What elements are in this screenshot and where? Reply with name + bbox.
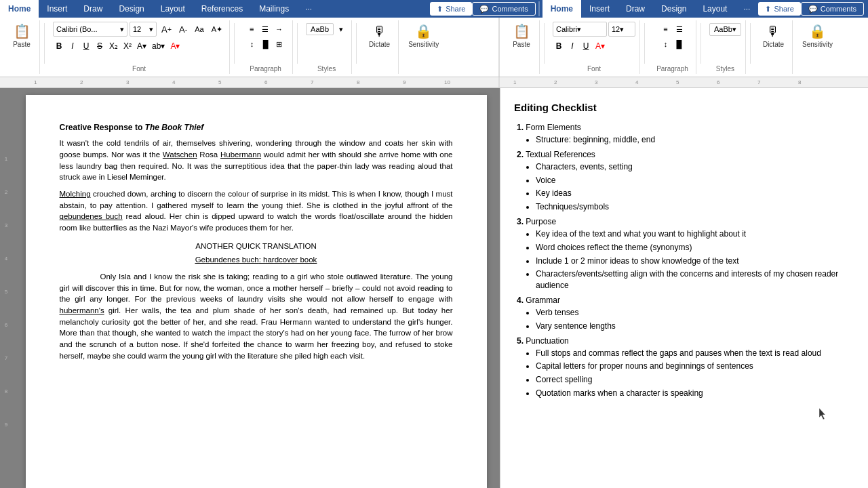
border-button[interactable]: ⊞ (273, 38, 285, 50)
paste-icon-right: 📋 (512, 22, 531, 41)
increase-font-button[interactable]: A+ (159, 23, 174, 35)
paste-button-left[interactable]: 📋 Paste (8, 20, 35, 49)
share-button-left[interactable]: ⬆ Share (430, 2, 472, 16)
font-size-selector[interactable]: 12 ▾ (130, 22, 157, 37)
sensitivity-button-right[interactable]: 🔒 Sensitivity (798, 20, 837, 49)
bold-button[interactable]: B (53, 40, 65, 52)
paste-icon-left: 📋 (12, 22, 31, 41)
bullet-sentence-lengths: Vary sentence lengths (536, 321, 854, 332)
checklist-title: Editing Checklist (514, 102, 854, 113)
tab-layout-right[interactable]: Layout (694, 0, 735, 18)
mouse-cursor (819, 408, 827, 420)
strikethrough-button[interactable]: S (94, 40, 106, 52)
italic-button[interactable]: I (66, 40, 79, 52)
share-icon-right: ⬆ (765, 5, 771, 14)
bullet-characters: Characters, events, setting (536, 161, 854, 173)
highlight-button[interactable]: ab▾ (150, 40, 167, 52)
color-button-right[interactable]: A▾ (593, 40, 607, 52)
shading-right-button[interactable]: █ (673, 38, 686, 50)
share-icon: ⬆ (437, 5, 443, 14)
align-button[interactable]: ≡ (245, 23, 258, 35)
superscript-button[interactable]: X² (121, 40, 134, 52)
tab-home-left[interactable]: Home (0, 0, 39, 18)
checklist-item-4: 4. Grammar Verb tenses Vary sentence len… (514, 296, 854, 332)
tab-insert-right[interactable]: Insert (581, 0, 618, 18)
comment-icon: 💬 (479, 5, 489, 14)
sensitivity-icon-right: 🔒 (808, 22, 827, 41)
styles-expand[interactable]: ▾ (335, 23, 347, 35)
tab-mailings-left[interactable]: Mailings (251, 0, 297, 18)
doc-paragraph-1: It wasn't the cold tendrils of air, them… (60, 138, 453, 183)
bullet-word-choices: Word choices reflect the theme (synonyms… (536, 242, 854, 253)
bullet-quotation-marks: Quotation marks when a character is spea… (536, 388, 854, 399)
doc-paragraph-2: Molching crouched down, arching to disce… (60, 188, 453, 234)
italic-button-right[interactable]: I (566, 40, 578, 52)
doc-center-heading: ANOTHER QUICK TRANSLATION (60, 241, 453, 252)
dictate-button-right[interactable]: 🎙 Dictate (759, 20, 788, 49)
list-button[interactable]: ☰ (259, 23, 271, 35)
sensitivity-button-left[interactable]: 🔒 Sensitivity (404, 20, 443, 49)
tab-bar: Home Insert Draw Design Layout Reference… (0, 0, 868, 18)
doc-center-sub: Gebundenes buch: hardcover book (60, 254, 453, 266)
bold-button-right[interactable]: B (553, 40, 565, 52)
bullet-verb-tenses: Verb tenses (536, 307, 854, 319)
styles-gallery[interactable]: AaBb (306, 23, 334, 35)
bullet-minor-ideas: Include 1 or 2 minor ideas to show knowl… (536, 256, 854, 267)
line-spacing-button[interactable]: ↕ (246, 38, 258, 50)
checklist-item-2: 2. Textual References Characters, events… (514, 150, 854, 213)
decrease-font-button[interactable]: A- (176, 23, 190, 35)
comments-button-right[interactable]: 💬 Comments (801, 2, 864, 16)
paste-button-right[interactable]: 📋 Paste (508, 20, 535, 49)
underline-button-right[interactable]: U (580, 40, 592, 52)
bullet-key-idea-text: Key idea of the text and what you want t… (536, 228, 854, 240)
bullet-structure: Structure: beginning, middle, end (536, 134, 854, 146)
tab-insert-left[interactable]: Insert (39, 0, 75, 18)
tab-references-left[interactable]: References (193, 0, 251, 18)
bullet-key-ideas: Key ideas (536, 188, 854, 199)
tab-more-right[interactable]: ··· (735, 0, 758, 18)
ruler-right: 1 2 3 4 5 6 7 8 (500, 77, 868, 87)
subscript-button[interactable]: X₂ (107, 40, 120, 52)
bullet-full-stops: Full stops and commas reflect the gaps a… (536, 348, 854, 359)
styles-gallery-right[interactable]: AaBb▾ (709, 23, 741, 36)
font-selector-right[interactable]: Calibri▾ (553, 22, 607, 37)
comments-button-left[interactable]: 💬 Comments (472, 2, 535, 16)
text-color-button[interactable]: A▾ (135, 40, 149, 52)
bullet-voice: Voice (536, 175, 854, 186)
dictate-icon-right: 🎙 (764, 22, 783, 41)
clear-format-button[interactable]: A✦ (209, 23, 225, 35)
share-button-right[interactable]: ⬆ Share (758, 2, 800, 16)
font-selector[interactable]: Calibri (Bo... ▾ (53, 22, 127, 37)
spacing-right-button[interactable]: ↕ (660, 38, 672, 50)
change-case-button[interactable]: Aa (192, 23, 206, 35)
list-right-button[interactable]: ☰ (673, 23, 686, 35)
sensitivity-icon-left: 🔒 (414, 22, 433, 41)
underline-button[interactable]: U (80, 40, 92, 52)
bullet-capital-letters: Capital letters for proper nouns and beg… (536, 361, 854, 372)
shading-button[interactable]: █ (260, 38, 272, 50)
comment-icon-right: 💬 (808, 5, 818, 14)
dictate-button-left[interactable]: 🎙 Dictate (365, 20, 394, 49)
document-page: Creative Response to The Book Thief It w… (26, 95, 487, 488)
tab-design-right[interactable]: Design (653, 0, 694, 18)
font-size-right[interactable]: 12▾ (608, 22, 635, 37)
tab-layout-left[interactable]: Layout (153, 0, 193, 18)
indent-button[interactable]: → (273, 23, 285, 35)
bullet-techniques: Techniques/symbols (536, 201, 854, 213)
left-margin: 123456789 (0, 88, 12, 488)
ruler-left: 1 2 3 4 5 6 7 8 9 10 (0, 77, 500, 87)
bullet-alignment: Characters/events/setting align with the… (536, 268, 854, 291)
checklist-item-1: 1. Form Elements Structure: beginning, m… (514, 123, 854, 146)
tab-more-left[interactable]: ··· (297, 0, 320, 18)
tab-home-right[interactable]: Home (542, 0, 581, 18)
checklist-item-3: 3. Purpose Key idea of the text and what… (514, 217, 854, 291)
tab-draw-left[interactable]: Draw (75, 0, 111, 18)
checklist-panel: Editing Checklist 1. Form Elements Struc… (500, 88, 868, 488)
doc-heading: Creative Response to The Book Thief (60, 122, 453, 134)
align-right-button[interactable]: ≡ (660, 23, 672, 35)
tab-design-left[interactable]: Design (111, 0, 152, 18)
tab-draw-right[interactable]: Draw (618, 0, 653, 18)
font-color-button[interactable]: A▾ (168, 40, 182, 52)
doc-paragraph-3: Only Isla and I know the risk she is tak… (60, 271, 453, 361)
bullet-correct-spelling: Correct spelling (536, 374, 854, 386)
